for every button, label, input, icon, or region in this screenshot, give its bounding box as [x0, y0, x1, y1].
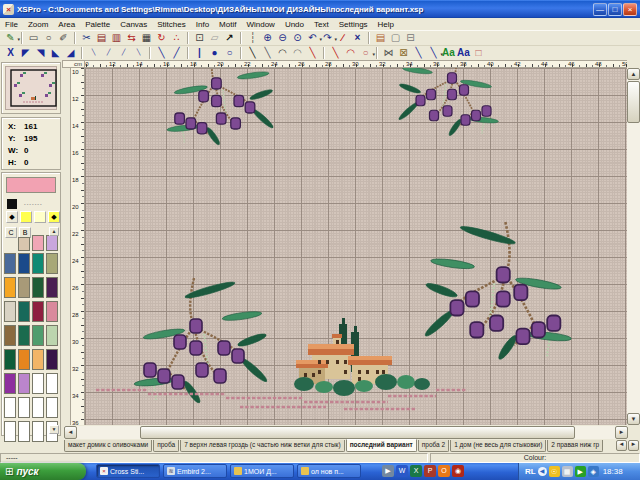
freehand-select-tool[interactable]: ✐ — [56, 31, 71, 45]
agent-tray-icon[interactable]: ☉ — [549, 466, 560, 477]
quarter-stitch-tl-tool[interactable]: ╲ — [86, 46, 101, 60]
tab-2-правая-ниж-гр[interactable]: 2 правая ниж гр — [547, 440, 603, 452]
menu-zoom[interactable]: Zoom — [23, 20, 53, 29]
special-stitch-tool[interactable]: ╲ — [411, 46, 426, 60]
undo-button[interactable]: ↶▾ — [305, 31, 320, 45]
palette-swatch[interactable] — [4, 349, 16, 370]
menu-palette[interactable]: Palette — [80, 20, 115, 29]
palette-swatch[interactable] — [46, 349, 58, 370]
palette-swatch[interactable] — [32, 253, 44, 274]
tab-7-верхн-левая-гроздь-с-частью-ниж-ветки-для-стык-[interactable]: 7 верхн левая гроздь (с частью ниж ветки… — [180, 440, 344, 452]
highlight-bright-tool[interactable] — [20, 211, 32, 223]
tab-макет-домик-с-оливочками[interactable]: макет домик с оливочками — [64, 440, 152, 452]
export-image-tool[interactable]: ▤ — [373, 31, 388, 45]
palette-swatch[interactable] — [46, 277, 58, 298]
tab-scroll-left-button[interactable]: ◄ — [616, 440, 627, 451]
quarter-stitch-br-tool[interactable]: ╲ — [131, 46, 146, 60]
lasso-select-tool[interactable]: ○ — [41, 31, 56, 45]
excel-icon[interactable]: X — [410, 465, 422, 477]
palette-swatch[interactable] — [4, 397, 16, 418]
menu-stitches[interactable]: Stitches — [152, 20, 190, 29]
menu-help[interactable]: Help — [373, 20, 399, 29]
media-player-icon[interactable]: ▶ — [382, 465, 394, 477]
curve-tool[interactable]: ◠ — [275, 46, 290, 60]
tab-проба[interactable]: проба — [153, 440, 179, 452]
menu-info[interactable]: Info — [191, 20, 214, 29]
tab-scroll-right-button[interactable]: ► — [628, 440, 639, 451]
line-draw-tool[interactable]: ∕ — [335, 31, 350, 45]
browser-icon[interactable]: O — [438, 465, 450, 477]
palette-swatch[interactable] — [32, 235, 44, 251]
palette-swatch[interactable] — [4, 253, 16, 274]
ellipse-tool[interactable]: ○▾ — [358, 46, 373, 60]
palette-swatch[interactable] — [4, 421, 16, 442]
palette-swatch[interactable] — [18, 277, 30, 298]
menu-canvas[interactable]: Canvas — [115, 20, 152, 29]
palette-swatch[interactable] — [18, 253, 30, 274]
rotate-tool[interactable]: ↻ — [154, 31, 169, 45]
volume-tray-icon[interactable]: ▦ — [562, 466, 573, 477]
text-tool[interactable]: Aa — [456, 46, 471, 60]
palette-swatch[interactable] — [32, 301, 44, 322]
zoom-actual-tool[interactable]: ⊙ — [290, 31, 305, 45]
paste-tool[interactable]: ▥ — [109, 31, 124, 45]
menu-undo[interactable]: Undo — [280, 20, 309, 29]
french-knot-tool[interactable]: ● — [207, 46, 222, 60]
half-stitch-forward-tool[interactable]: ╱ — [169, 46, 184, 60]
text-symbols-tool[interactable]: Aa — [441, 46, 456, 60]
word-icon[interactable]: W — [396, 465, 408, 477]
palette-scroll-up-button[interactable]: ▲ — [49, 227, 59, 236]
bead-tool[interactable]: ○ — [222, 46, 237, 60]
close-button[interactable]: × — [623, 3, 637, 16]
menu-settings[interactable]: Settings — [334, 20, 373, 29]
menu-area[interactable]: Area — [53, 20, 80, 29]
app-red-icon[interactable]: P — [424, 465, 436, 477]
copy-tool[interactable]: ▤ — [94, 31, 109, 45]
palette-swatch[interactable] — [32, 277, 44, 298]
palette-swatch[interactable] — [18, 397, 30, 418]
preview-panel[interactable] — [1, 62, 61, 114]
cut-tool[interactable]: ✂ — [79, 31, 94, 45]
palette-swatch[interactable] — [46, 325, 58, 346]
current-color-square[interactable] — [7, 199, 17, 209]
page-tool[interactable]: ▢ — [388, 31, 403, 45]
palette-swatch[interactable] — [18, 237, 30, 251]
antivirus-tray-icon[interactable]: ▶ — [575, 466, 586, 477]
three-quarter-stitch-bl-tool[interactable]: ◣ — [48, 46, 63, 60]
delete-tool[interactable]: × — [350, 31, 365, 45]
thread-guide-tool[interactable]: ┆ — [245, 31, 260, 45]
palette-swatch[interactable] — [18, 373, 30, 394]
design-thumbnail[interactable] — [5, 66, 57, 110]
rect-select-tool[interactable]: ▭ — [26, 31, 41, 45]
menu-text[interactable]: Text — [309, 20, 334, 29]
palette-swatch[interactable] — [32, 325, 44, 346]
task-button[interactable]: ол нов п... — [297, 464, 361, 478]
three-quarter-stitch-tr-tool[interactable]: ◥ — [33, 46, 48, 60]
backstitch-multi-tool[interactable]: ╲ — [260, 46, 275, 60]
curve-point-tool[interactable]: ◠ — [290, 46, 305, 60]
update-tray-icon[interactable]: ◈ — [588, 466, 599, 477]
longstitch-curve-tool[interactable]: ◠ — [343, 46, 358, 60]
flip-tool[interactable]: ⇆ — [124, 31, 139, 45]
scroll-up-button[interactable]: ▲ — [627, 68, 640, 80]
tab-последний-вариант[interactable]: последний вариант — [346, 439, 417, 452]
palette-swatch[interactable] — [46, 235, 58, 251]
library-tool[interactable]: ⊡ — [192, 31, 207, 45]
selected-color-swatch[interactable] — [6, 177, 56, 193]
highlight-pale-tool[interactable] — [34, 211, 46, 223]
straight-stitch-tool[interactable]: ╲ — [305, 46, 320, 60]
pattern-fill-tool[interactable]: ⊠ — [396, 46, 411, 60]
palette-swatch[interactable] — [46, 301, 58, 322]
palette-mode-c-button[interactable]: C — [5, 227, 17, 238]
palette-swatch[interactable] — [46, 397, 58, 418]
mark-diamond-tool[interactable]: ◆ — [6, 211, 18, 223]
palette-swatch[interactable] — [18, 325, 30, 346]
zoom-out-tool[interactable]: ⊖ — [275, 31, 290, 45]
import-motif-tool[interactable]: ▱ — [207, 31, 222, 45]
task-button[interactable]: ×Cross Sti... — [96, 464, 160, 478]
palette-swatch[interactable] — [4, 373, 16, 394]
longstitch-line-tool[interactable]: ╲ — [328, 46, 343, 60]
full-stitch-tool[interactable]: X — [3, 46, 18, 60]
tab-1-дом-не-весь-для-стыковки-[interactable]: 1 дом (не весь для стыковки) — [450, 440, 546, 452]
pointer-tool[interactable]: ↗ — [222, 31, 237, 45]
